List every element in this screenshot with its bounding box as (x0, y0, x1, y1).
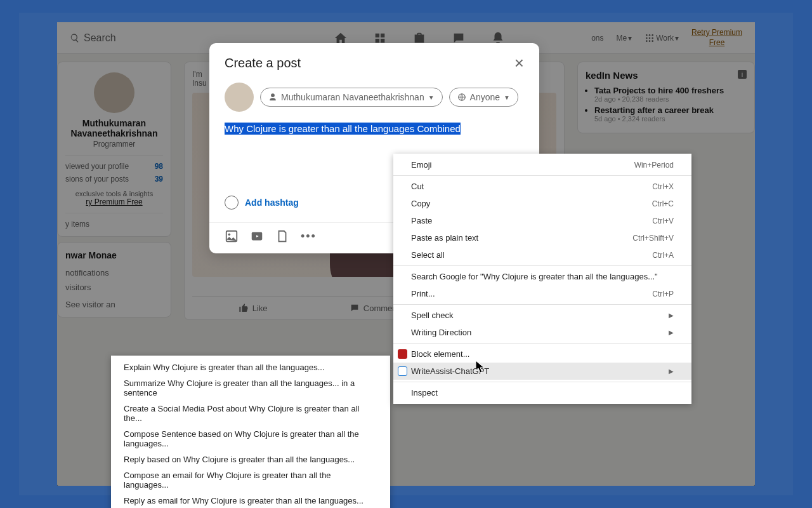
submenu-reply[interactable]: Reply based on Why Clojure is greater th… (111, 451, 390, 467)
writeassist-icon (398, 366, 407, 376)
ctx-emoji[interactable]: EmojiWin+Period (393, 156, 691, 173)
ctx-select-all[interactable]: Select allCtrl+A (393, 246, 691, 264)
ctx-writeassist-chatgpt[interactable]: WriteAssist-ChatGPT▶ (393, 363, 691, 380)
visitor-row[interactable]: notifications (65, 265, 163, 280)
ctx-cut[interactable]: CutCtrl+X (393, 178, 691, 195)
selected-text: Why Clojure is greater than all the lang… (225, 123, 461, 135)
svg-point-7 (649, 40, 651, 42)
ctx-writing-direction[interactable]: Writing Direction▶ (393, 324, 691, 341)
like-button[interactable]: Like (192, 297, 313, 319)
chevron-right-icon: ▶ (669, 329, 674, 336)
submenu-social-post[interactable]: Create a Social Media Post about Why Clo… (111, 401, 390, 426)
svg-point-8 (652, 40, 654, 42)
person-icon (268, 93, 277, 102)
svg-point-5 (652, 37, 654, 39)
avatar (225, 83, 254, 112)
premium-link[interactable]: ry Premium Free (65, 197, 163, 206)
submenu-summarize[interactable]: Summarize Why Clojure is greater than al… (111, 375, 390, 401)
ctx-inspect[interactable]: Inspect (393, 384, 691, 401)
svg-point-1 (649, 34, 651, 36)
svg-point-6 (646, 40, 648, 42)
svg-point-0 (646, 34, 648, 36)
search-box[interactable]: Search (70, 32, 247, 44)
more-icon[interactable]: ••• (301, 230, 317, 243)
profile-card: Muthukumaran Navaneethakrishnan Programm… (57, 62, 171, 237)
news-heading: kedIn News (586, 70, 747, 81)
ctx-block-element[interactable]: Block element... (393, 345, 691, 363)
video-icon[interactable] (250, 229, 264, 243)
my-items[interactable]: y items (65, 220, 163, 229)
premium-text: exclusive tools & insights (65, 190, 163, 197)
submenu-reply-email[interactable]: Reply as email for Why Clojure is greate… (111, 493, 390, 508)
context-menu: EmojiWin+Period CutCtrl+X CopyCtrl+C Pas… (393, 154, 691, 404)
search-placeholder: Search (84, 32, 116, 44)
chevron-right-icon: ▶ (669, 312, 674, 319)
ctx-search-google[interactable]: Search Google for "Why Clojure is greate… (393, 268, 691, 285)
nav-right: ons Me▾ Work▾ Retry PremiumFree (591, 28, 742, 48)
me-menu[interactable]: Me▾ (617, 34, 632, 43)
chevron-down-icon: ▾ (628, 34, 632, 43)
ctx-spell-check[interactable]: Spell check▶ (393, 307, 691, 324)
avatar[interactable] (94, 72, 134, 113)
image-icon[interactable] (225, 229, 239, 243)
ublock-icon (398, 349, 407, 359)
search-icon (70, 33, 80, 43)
visitor-title: nwar Monae (65, 250, 163, 260)
svg-point-11 (228, 233, 231, 236)
chevron-right-icon: ▶ (669, 368, 674, 375)
emoji-icon[interactable] (225, 196, 239, 210)
visitor-row[interactable]: visitors (65, 280, 163, 295)
stat-row[interactable]: viewed your profile98 (65, 162, 163, 171)
news-item[interactable]: Tata Projects to hire 400 freshers2d ago… (594, 86, 747, 103)
writeassist-submenu: Explain Why Clojure is greater than all … (111, 356, 390, 508)
comment-icon (350, 303, 360, 313)
visitor-card: nwar Monae notifications visitors See vi… (57, 242, 171, 318)
info-icon[interactable]: i (738, 70, 747, 79)
app-container: Search ons Me▾ Work▾ Retry PremiumFree (19, 13, 793, 495)
author-selector[interactable]: Muthukumaran Navaneethakrishnan ▼ (260, 88, 443, 107)
ctx-print[interactable]: Print...Ctrl+P (393, 285, 691, 302)
document-icon[interactable] (275, 229, 289, 243)
news-item[interactable]: Restarting after a career break5d ago • … (594, 105, 747, 123)
retry-premium-link[interactable]: Retry PremiumFree (691, 28, 742, 48)
modal-title: Create a post (225, 56, 301, 70)
close-icon[interactable]: × (514, 55, 524, 71)
stat-row[interactable]: sions of your posts39 (65, 175, 163, 184)
submenu-compose-email[interactable]: Compose an email for Why Clojure is grea… (111, 467, 390, 493)
visitor-cta[interactable]: See visitor an (65, 300, 163, 309)
add-hashtag-button[interactable]: Add hashtag (245, 197, 299, 208)
visibility-selector[interactable]: Anyone ▼ (449, 88, 518, 107)
chevron-down-icon: ▾ (675, 34, 679, 43)
svg-point-4 (649, 37, 651, 39)
apps-icon (645, 33, 655, 43)
ctx-copy[interactable]: CopyCtrl+C (393, 195, 691, 212)
chevron-down-icon: ▼ (428, 94, 435, 101)
nav-suffix: ons (591, 34, 603, 43)
profile-name[interactable]: Muthukumaran Navaneethakrishnan (65, 118, 163, 138)
svg-point-2 (652, 34, 654, 36)
globe-icon (457, 93, 466, 102)
chevron-down-icon: ▼ (504, 94, 510, 101)
like-icon (239, 303, 249, 313)
submenu-compose-sentence[interactable]: Compose Sentence based on Why Clojure is… (111, 426, 390, 451)
submenu-explain[interactable]: Explain Why Clojure is greater than all … (111, 359, 390, 375)
ctx-paste[interactable]: PasteCtrl+V (393, 212, 691, 229)
profile-title: Programmer (65, 140, 163, 149)
work-menu[interactable]: Work▾ (645, 33, 679, 43)
svg-point-3 (646, 37, 648, 39)
ctx-paste-plain[interactable]: Paste as plain textCtrl+Shift+V (393, 229, 691, 246)
news-card: i kedIn News Tata Projects to hire 400 f… (577, 62, 755, 133)
